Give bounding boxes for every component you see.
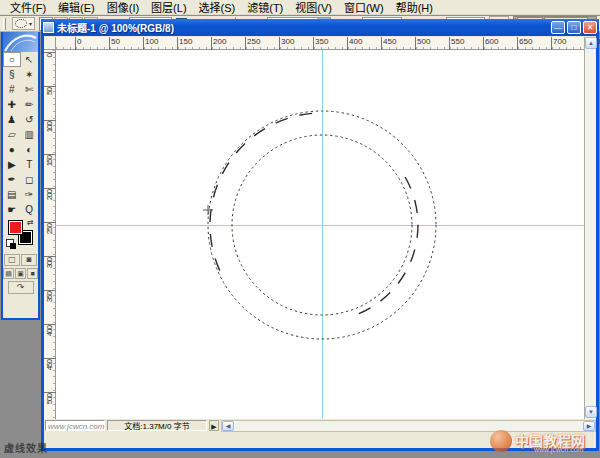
jump-to-imageready-button[interactable]: ↷ [8, 281, 34, 294]
eyedropper-tool[interactable]: ✑ [21, 187, 39, 202]
v-ruler-tick [44, 188, 56, 189]
blur-tool[interactable]: ● [3, 142, 21, 157]
close-button[interactable]: ✕ [583, 21, 597, 34]
minimize-button[interactable]: — [551, 21, 565, 34]
eyedropper-icon: ✑ [25, 189, 33, 200]
inner-selection-circle [232, 135, 412, 315]
magic-wand-tool[interactable]: ✶ [21, 67, 39, 82]
h-ruler-label: 600 [485, 37, 498, 46]
shape-icon: ◻ [25, 174, 33, 185]
shape-tool[interactable]: ◻ [21, 172, 39, 187]
scroll-left-icon[interactable]: ◀ [222, 421, 234, 431]
menu-8[interactable]: 帮助(H) [390, 0, 439, 16]
standard-screen-mode-button[interactable]: ▤ [3, 268, 14, 279]
toolbox-header[interactable] [3, 32, 38, 52]
notes-tool[interactable]: ▤ [3, 187, 21, 202]
magic-wand-icon: ✶ [25, 69, 33, 80]
v-ruler-tick [44, 86, 56, 87]
lasso-tool[interactable]: § [3, 67, 21, 82]
window-buttons: — □ ✕ [551, 21, 597, 34]
vertical-ruler[interactable]: 050100150200250300350400450500 [44, 50, 56, 419]
crop-tool[interactable]: # [3, 82, 21, 97]
v-ruler-tick [44, 52, 56, 53]
pen-tool[interactable]: ✒ [3, 172, 21, 187]
path-selection-icon: ▶ [8, 159, 16, 170]
h-ruler-label: 700 [553, 37, 566, 46]
menu-3[interactable]: 图层(L) [145, 0, 192, 16]
menu-0[interactable]: 文件(F) [4, 0, 52, 16]
pen-icon: ✒ [8, 174, 16, 185]
lasso-icon: § [9, 69, 15, 80]
h-ruler-label: 0 [77, 37, 81, 46]
watermark-bottom-left: 虚线效果 [4, 440, 48, 455]
maximize-button[interactable]: □ [567, 21, 581, 34]
h-ruler-tick [415, 37, 416, 50]
move-tool[interactable]: ↖ [21, 52, 39, 67]
v-ruler-tick [44, 358, 56, 359]
v-ruler-label: 500 [45, 394, 54, 404]
horizontal-ruler[interactable]: 0501001502002503003504004505005506006507… [56, 37, 584, 50]
dodge-tool[interactable]: ◐ [21, 142, 39, 157]
path-selection-tool[interactable]: ▶ [3, 157, 21, 172]
fullscreen-with-menu-mode-button[interactable]: ▣ [15, 268, 26, 279]
menu-4[interactable]: 选择(S) [193, 0, 242, 16]
type-tool[interactable]: T [21, 157, 39, 172]
elliptical-marquee-tool[interactable]: ○ [3, 52, 21, 67]
tool-grid: ○↖§✶#✄✚✏♟↺▱▥●◐▶T✒◻▤✑☛Q [3, 52, 38, 217]
tool-preset-picker[interactable]: ▾ [12, 17, 35, 30]
eraser-tool[interactable]: ▱ [3, 127, 21, 142]
gradient-icon: ▥ [25, 129, 34, 140]
fullscreen-mode-button[interactable]: ■ [27, 268, 38, 279]
zoom-icon: Q [25, 204, 33, 215]
h-ruler-tick [279, 37, 280, 50]
scroll-down-icon[interactable]: ▼ [585, 406, 597, 418]
v-ruler-tick [44, 256, 56, 257]
status-menu-button[interactable]: ▶ [209, 420, 219, 431]
menu-2[interactable]: 图像(I) [101, 0, 145, 16]
brush-icon: ✏ [25, 99, 33, 110]
quick-mask-mode-button[interactable]: ◙ [21, 254, 37, 266]
menu-1[interactable]: 编辑(E) [52, 0, 101, 16]
zoom-tool[interactable]: Q [21, 202, 39, 217]
foreground-color-swatch[interactable] [8, 220, 23, 235]
h-ruler-label: 400 [349, 37, 362, 46]
menu-6[interactable]: 视图(V) [289, 0, 338, 16]
ruler-corner[interactable] [44, 37, 56, 50]
h-ruler-tick [143, 37, 144, 50]
clone-stamp-tool[interactable]: ♟ [3, 112, 21, 127]
mask-mode-row: ▢◙ [3, 253, 38, 267]
default-colors-icon[interactable] [6, 239, 14, 247]
history-brush-tool[interactable]: ↺ [21, 112, 39, 127]
elliptical-marquee-icon: ○ [9, 54, 15, 65]
h-ruler-label: 200 [213, 37, 226, 46]
hand-tool[interactable]: ☛ [3, 202, 21, 217]
slice-tool[interactable]: ✄ [21, 82, 39, 97]
gradient-tool[interactable]: ▥ [21, 127, 39, 142]
scroll-up-icon[interactable]: ▲ [585, 37, 597, 49]
v-ruler-tick [44, 154, 56, 155]
v-ruler-label: 250 [45, 224, 54, 234]
menu-7[interactable]: 窗口(W) [338, 0, 390, 16]
menu-5[interactable]: 滤镜(T) [241, 0, 289, 16]
eraser-icon: ▱ [8, 129, 16, 140]
standard-mode-button[interactable]: ▢ [4, 254, 20, 266]
v-ruler-label: 100 [45, 122, 54, 132]
h-ruler-tick [75, 37, 76, 50]
h-ruler-tick [313, 37, 314, 50]
h-ruler-label: 50 [111, 37, 120, 46]
screen-mode-row: ▤▣■ [3, 267, 38, 280]
zoom-level-field[interactable]: www.jcwcn.com [45, 420, 105, 431]
v-ruler-label: 200 [45, 190, 54, 200]
v-ruler-tick [44, 120, 56, 121]
brush-tool[interactable]: ✏ [21, 97, 39, 112]
swap-colors-icon[interactable]: ⇄ [27, 218, 34, 227]
document-icon [43, 22, 54, 33]
vertical-scrollbar[interactable]: ▲ ▼ [584, 37, 596, 419]
document-title-bar[interactable]: 未标题-1 @ 100%(RGB/8) — □ ✕ [41, 19, 599, 36]
healing-brush-tool[interactable]: ✚ [3, 97, 21, 112]
canvas[interactable] [56, 50, 584, 419]
v-ruler-label: 300 [45, 258, 54, 268]
options-bar-grip [3, 18, 6, 30]
slice-icon: ✄ [25, 84, 33, 95]
healing-brush-icon: ✚ [8, 99, 16, 110]
